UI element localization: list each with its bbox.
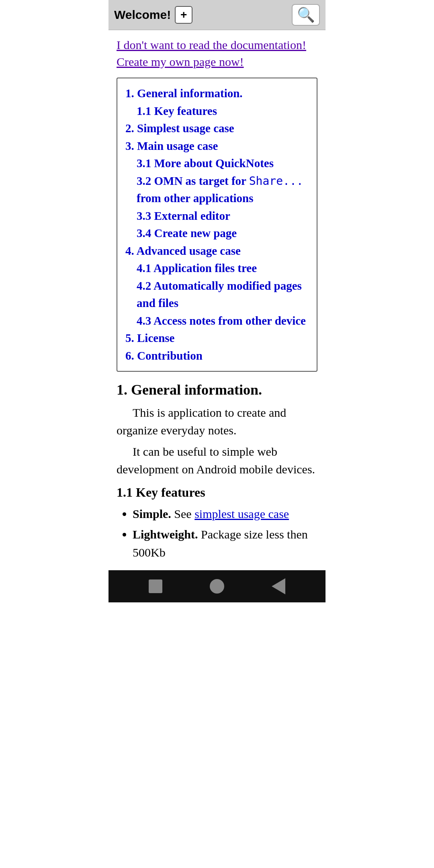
toc-item-3-3[interactable]: 3.3 External editor bbox=[125, 207, 309, 225]
nav-square-button[interactable] bbox=[147, 577, 164, 595]
header: Welcome! + 🔍 bbox=[108, 0, 326, 30]
toc-item-3-2[interactable]: 3.2 OMN as target for Share... from othe… bbox=[125, 172, 309, 207]
simplest-usage-link[interactable]: simplest usage case bbox=[194, 507, 289, 520]
toc-box: 1. General information. 1.1 Key features… bbox=[117, 78, 317, 372]
toc-item-1-1[interactable]: 1.1 Key features bbox=[125, 102, 309, 120]
section-1-1-title: 1.1 Key features bbox=[117, 485, 317, 500]
section-1-para1: This is application to create and organi… bbox=[117, 404, 317, 439]
toc-item-4-1[interactable]: 4.1 Application files tree bbox=[125, 260, 309, 277]
toc-item-3-4[interactable]: 3.4 Create new page bbox=[125, 225, 309, 242]
nav-back-button[interactable] bbox=[270, 577, 287, 595]
search-button[interactable]: 🔍 bbox=[292, 4, 320, 26]
square-icon bbox=[149, 579, 162, 593]
toc-item-4[interactable]: 4. Advanced usage case bbox=[125, 242, 309, 260]
key-features-list: Simple. See simplest usage case Lightwei… bbox=[133, 505, 317, 561]
toc-item-3[interactable]: 3. Main usage case bbox=[125, 137, 309, 155]
toc-item-5[interactable]: 5. License bbox=[125, 330, 309, 347]
section-1-para2: It can be useful to simple web developme… bbox=[117, 443, 317, 478]
toc-item-6[interactable]: 6. Contribution bbox=[125, 347, 309, 365]
back-icon bbox=[272, 578, 285, 594]
toc-item-4-3[interactable]: 4.3 Access notes from other device bbox=[125, 312, 309, 330]
header-title-area: Welcome! + bbox=[114, 6, 192, 24]
new-tab-button[interactable]: + bbox=[175, 6, 192, 24]
nav-home-button[interactable] bbox=[208, 577, 226, 595]
skip-docs-link[interactable]: I don't want to read the documentation! … bbox=[117, 37, 317, 70]
bullet-lightweight: Lightweight. Package size less then 500K… bbox=[133, 525, 317, 561]
bullet-simple: Simple. See simplest usage case bbox=[133, 505, 317, 523]
section-1-title: 1. General information. bbox=[117, 381, 317, 398]
search-icon: 🔍 bbox=[297, 6, 315, 23]
toc-item-1[interactable]: 1. General information. bbox=[125, 85, 309, 102]
circle-icon bbox=[210, 579, 224, 594]
page-title: Welcome! bbox=[114, 8, 171, 22]
content-area: I don't want to read the documentation! … bbox=[108, 30, 326, 570]
toc-item-3-1[interactable]: 3.1 More about QuickNotes bbox=[125, 155, 309, 172]
bottom-nav-bar bbox=[108, 570, 326, 602]
toc-item-4-2[interactable]: 4.2 Automatically modified pages and fil… bbox=[125, 277, 309, 312]
toc-item-2[interactable]: 2. Simplest usage case bbox=[125, 120, 309, 137]
